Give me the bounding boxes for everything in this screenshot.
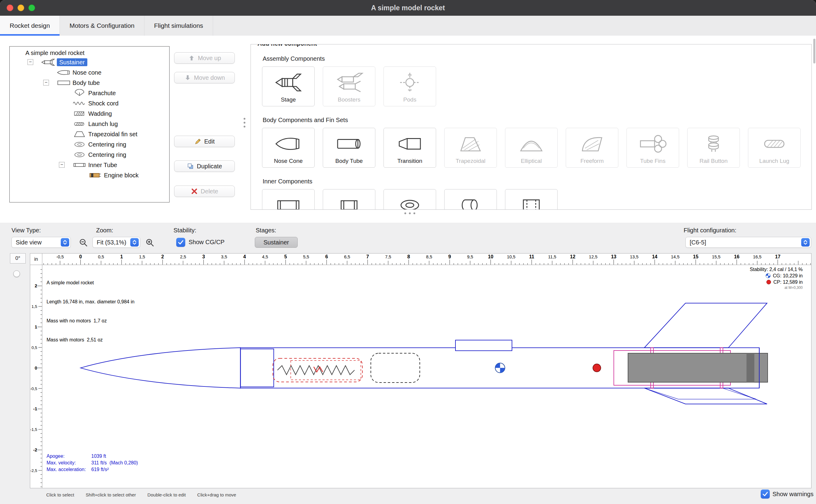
rotation-indicator: 0° bbox=[10, 253, 26, 263]
add-coupler-button[interactable] bbox=[323, 189, 375, 210]
tree-expander-icon[interactable]: − bbox=[43, 80, 49, 86]
close-button[interactable] bbox=[7, 5, 13, 11]
tab-bar: Rocket design Motors & Configuration Fli… bbox=[0, 16, 816, 36]
panel-collapse-handle[interactable] bbox=[404, 212, 415, 214]
svg-text:0: 0 bbox=[79, 254, 82, 259]
centeringring-icon bbox=[73, 141, 86, 148]
nosecone-icon bbox=[262, 130, 314, 158]
tab-flight-simulations[interactable]: Flight simulations bbox=[144, 16, 213, 36]
svg-text:-2: -2 bbox=[33, 447, 37, 452]
tree-item-sustainer[interactable]: −Sustainer bbox=[10, 57, 169, 67]
stability-readout: Stability: 2,4 cal / 14,1 % CG: 10,229 i… bbox=[750, 266, 803, 290]
tree-item-centering-ring[interactable]: Centering ring bbox=[10, 140, 169, 149]
tree-item-nose-cone[interactable]: Nose cone bbox=[10, 68, 169, 77]
add-freeform-button: Freeform bbox=[566, 128, 618, 168]
fin-bottom-shape[interactable] bbox=[644, 388, 767, 404]
add-launch-lug-button: Launch Lug bbox=[748, 128, 801, 168]
tree-item-trapezoidal-fin-set[interactable]: Trapezoidal fin set bbox=[10, 129, 169, 139]
add-stage-button[interactable]: Stage bbox=[262, 66, 315, 106]
show-warnings-checkbox[interactable] bbox=[761, 489, 770, 499]
tree-expander-icon[interactable]: − bbox=[59, 162, 65, 168]
card-label: Nose Cone bbox=[274, 158, 303, 165]
rotation-slider-knob[interactable] bbox=[13, 270, 20, 277]
duplicate-button[interactable]: Duplicate bbox=[174, 160, 235, 172]
add-nose-cone-button[interactable]: Nose Cone bbox=[262, 128, 315, 168]
add-innertubecard-button[interactable] bbox=[262, 189, 315, 210]
svg-text:12,5: 12,5 bbox=[589, 254, 597, 259]
railbutton-icon bbox=[688, 130, 740, 158]
chevron-updown-icon bbox=[130, 238, 139, 247]
tree-item-wadding[interactable]: Wadding bbox=[10, 109, 169, 118]
tree-item-shock-cord[interactable]: Shock cord bbox=[10, 99, 169, 108]
tree-item-engine-block[interactable]: Engine block bbox=[10, 170, 169, 180]
arrow-up-icon bbox=[188, 54, 195, 62]
tree-item-centering-ring[interactable]: Centering ring bbox=[10, 150, 169, 160]
tree-item-inner-tube[interactable]: −Inner Tube bbox=[10, 160, 169, 170]
minimize-button[interactable] bbox=[18, 5, 24, 11]
card-label: Freeform bbox=[580, 158, 604, 165]
tree-item-label: Wadding bbox=[88, 110, 112, 118]
view-type-select[interactable]: Side view bbox=[11, 237, 71, 248]
ruler-unit-label: in bbox=[30, 254, 42, 265]
launch-lug-shape[interactable] bbox=[455, 340, 512, 351]
tree-item-label: Centering ring bbox=[88, 141, 126, 148]
card-label: Transition bbox=[397, 158, 423, 165]
add-rail-button-button: Rail Button bbox=[687, 128, 740, 168]
tab-rocket-design[interactable]: Rocket design bbox=[0, 16, 60, 36]
fin-top-shape[interactable] bbox=[644, 303, 767, 348]
show-cgcp-checkbox[interactable] bbox=[176, 238, 185, 247]
zoom-select[interactable]: Fit (53,1%) bbox=[92, 237, 140, 248]
stage-toggle-sustainer[interactable]: Sustainer bbox=[255, 237, 298, 248]
svg-text:13: 13 bbox=[611, 254, 617, 259]
flight-configuration-select[interactable]: [C6-5] bbox=[685, 237, 811, 248]
add-transition-button[interactable]: Transition bbox=[384, 128, 436, 168]
svg-text:8,5: 8,5 bbox=[426, 254, 432, 259]
move-up-button: Move up bbox=[174, 52, 235, 64]
add-body-tube-button[interactable]: Body Tube bbox=[323, 128, 375, 168]
zoom-out-button[interactable] bbox=[78, 237, 89, 248]
duplicate-label: Duplicate bbox=[197, 163, 222, 170]
rocket-diagram[interactable] bbox=[42, 265, 811, 488]
hint-click-to-select: Click to select bbox=[46, 492, 74, 497]
tree-root-label[interactable]: A simple model rocket bbox=[25, 50, 85, 57]
fin-bottom2-shape[interactable] bbox=[644, 388, 756, 399]
svg-text:0: 0 bbox=[35, 365, 37, 370]
flight-configuration-label: Flight configuration: bbox=[684, 227, 737, 234]
edit-button[interactable]: Edit bbox=[174, 136, 235, 147]
delete-x-icon bbox=[191, 188, 198, 195]
nosecone-icon bbox=[57, 69, 71, 76]
scrollbar-thumb[interactable] bbox=[813, 39, 815, 63]
zoom-in-button[interactable] bbox=[144, 237, 155, 248]
bodytube-icon bbox=[323, 130, 375, 158]
svg-text:12: 12 bbox=[570, 254, 575, 259]
add-engineblockcard-button[interactable] bbox=[505, 189, 558, 210]
tree-item-label: Body tube bbox=[73, 79, 100, 87]
view-type-label: View Type: bbox=[11, 227, 41, 234]
zoom-window-button[interactable] bbox=[28, 5, 35, 11]
component-tree-panel[interactable]: A simple model rocket −SustainerNose con… bbox=[9, 46, 170, 202]
svg-text:2,5: 2,5 bbox=[180, 254, 186, 259]
tree-item-body-tube[interactable]: −Body tube bbox=[10, 78, 169, 88]
tree-item-launch-lug[interactable]: Launch lug bbox=[10, 119, 169, 129]
magnifier-minus-icon bbox=[79, 238, 88, 247]
panel-divider-handle[interactable] bbox=[244, 118, 245, 128]
tree-expander-icon[interactable]: − bbox=[28, 59, 33, 65]
section-heading-inner-components: Inner Components bbox=[263, 178, 811, 185]
cp-value: CP: 12,589 in bbox=[773, 279, 803, 285]
engineblockcard-icon bbox=[505, 191, 557, 210]
hint-shift-click-to-select-other: Shift+click to select other bbox=[86, 492, 136, 497]
svg-text:-0,5: -0,5 bbox=[56, 254, 64, 259]
svg-text:5,5: 5,5 bbox=[303, 254, 309, 259]
apogee-label: Apogee: bbox=[47, 453, 91, 460]
tree-item-parachute[interactable]: Parachute bbox=[10, 88, 169, 98]
card-label: Elliptical bbox=[521, 158, 542, 165]
add-bulkhead-button[interactable] bbox=[444, 189, 497, 210]
add-centeringcard-button[interactable] bbox=[384, 189, 436, 210]
svg-text:7,5: 7,5 bbox=[385, 254, 391, 259]
acceleration-value: 619 ft/s² bbox=[91, 466, 138, 473]
vertical-ruler: 21,510,50-0,5-1-1,5-2-2,5 bbox=[30, 265, 42, 488]
tab-motors-configuration[interactable]: Motors & Configuration bbox=[60, 16, 144, 36]
chevron-updown-icon bbox=[801, 238, 810, 247]
card-label: Body Tube bbox=[335, 158, 363, 165]
window-title: A simple model rocket bbox=[0, 0, 816, 16]
